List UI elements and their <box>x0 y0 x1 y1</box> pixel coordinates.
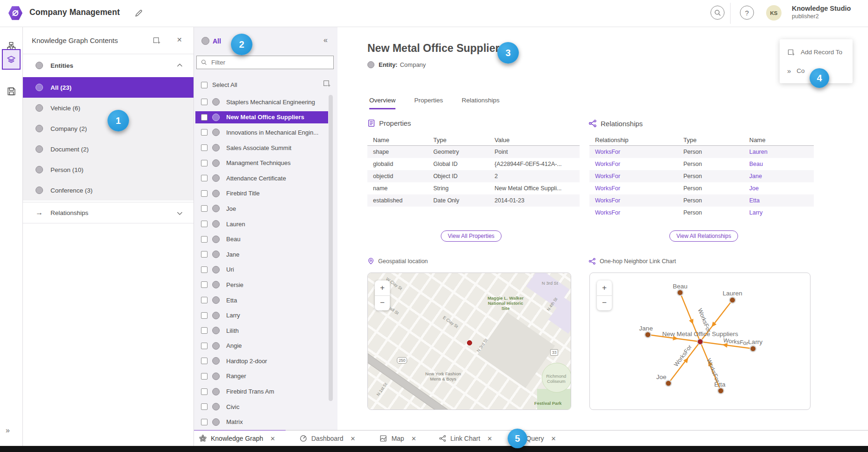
entity-type-row[interactable]: Conference (3) <box>22 180 194 201</box>
help-button[interactable]: ? <box>740 6 754 20</box>
list-item-checkbox[interactable] <box>201 160 208 166</box>
node-larry[interactable] <box>750 346 756 352</box>
list-item-checkbox[interactable] <box>201 281 208 288</box>
expand-panel-button[interactable]: » <box>6 426 10 435</box>
add-record-icon[interactable] <box>323 79 331 87</box>
close-tab-icon[interactable]: ✕ <box>411 435 416 442</box>
list-item-checkbox[interactable] <box>201 266 208 273</box>
filter-input[interactable] <box>210 58 333 66</box>
list-item[interactable]: Persie <box>194 277 334 293</box>
list-item-checkbox[interactable] <box>201 358 208 364</box>
close-tab-icon[interactable]: ✕ <box>350 435 355 442</box>
contents-view-button[interactable] <box>2 49 21 70</box>
relationship-name-link[interactable]: Larry <box>744 209 814 216</box>
relationship-link[interactable]: WorksFor <box>589 161 678 167</box>
link-chart-canvas[interactable]: WorksFor WorksFor WorksFor WorksFor Beau… <box>589 273 811 410</box>
entities-section-header[interactable]: Entities <box>22 54 207 77</box>
relationship-link[interactable]: WorksFor <box>589 185 678 192</box>
menu-item-add-record-to[interactable]: Add Record To <box>780 43 853 61</box>
list-item-checkbox[interactable] <box>201 221 208 227</box>
link-chart-zoom-in-button[interactable]: + <box>597 280 612 296</box>
view-all-relationships-button[interactable]: View All Relationships <box>669 230 738 242</box>
list-item[interactable]: Sales Associate Summit <box>194 140 334 156</box>
view-all-properties-button[interactable]: View All Properties <box>441 230 502 242</box>
entity-type-row[interactable]: Person (10) <box>22 159 194 180</box>
list-item-checkbox[interactable] <box>201 297 208 303</box>
add-record-icon[interactable] <box>152 36 161 44</box>
close-tab-icon[interactable]: ✕ <box>270 435 275 442</box>
list-item[interactable]: Uri <box>194 262 334 278</box>
relationship-name-link[interactable]: Joe <box>744 185 814 192</box>
close-panel-icon[interactable]: ✕ <box>177 36 182 43</box>
node-center[interactable] <box>697 339 703 344</box>
relationship-link[interactable]: WorksFor <box>589 173 678 179</box>
list-item[interactable]: New Metal Office Suppliers <box>194 110 334 125</box>
list-item-checkbox[interactable] <box>201 144 208 151</box>
list-item[interactable]: Larry <box>194 308 334 323</box>
list-item-checkbox[interactable] <box>201 251 208 258</box>
relationship-name-link[interactable]: Beau <box>744 161 814 167</box>
list-item-checkbox[interactable] <box>201 327 208 334</box>
search-button[interactable] <box>710 6 725 20</box>
chevron-up-icon[interactable] <box>177 63 183 67</box>
close-tab-icon[interactable]: ✕ <box>487 435 492 442</box>
relationship-link[interactable]: WorksFor <box>589 197 678 204</box>
list-item[interactable]: Etta <box>194 293 334 308</box>
collapse-panel-button[interactable]: « <box>323 36 328 44</box>
node-beau[interactable] <box>677 290 683 296</box>
relationships-section-header[interactable]: → Relationships <box>22 202 194 223</box>
list-item[interactable]: Innovations in Mechanical Engin... <box>194 125 334 140</box>
list-item[interactable]: Angie <box>194 338 334 354</box>
list-item[interactable]: Ranger <box>194 369 334 384</box>
list-item[interactable]: Civic <box>194 399 334 415</box>
tab-map[interactable]: Map ✕ <box>374 430 426 446</box>
list-item[interactable]: Jane <box>194 247 334 262</box>
list-item[interactable]: Firebird Trans Am <box>194 384 334 399</box>
list-item[interactable]: Hardtop 2-door <box>194 353 334 369</box>
list-item-checkbox[interactable] <box>201 236 208 243</box>
list-item-checkbox[interactable] <box>201 129 208 136</box>
tab-dashboard[interactable]: Dashboard ✕ <box>294 430 366 446</box>
relationship-name-link[interactable]: Jane <box>744 173 814 179</box>
record-tab[interactable]: Properties <box>414 97 443 109</box>
map-zoom-out-button[interactable]: − <box>375 296 390 311</box>
entity-type-row[interactable]: Vehicle (6) <box>22 98 194 118</box>
edit-pencil-icon[interactable] <box>135 9 143 17</box>
list-item-checkbox[interactable] <box>201 373 208 380</box>
list-item[interactable]: Managment Techniques <box>194 155 334 171</box>
record-tab[interactable]: Overview <box>369 97 395 109</box>
list-item[interactable]: Matrix <box>194 414 334 430</box>
map-zoom-in-button[interactable]: + <box>375 280 390 296</box>
list-item-checkbox[interactable] <box>201 388 208 395</box>
record-tab[interactable]: Relationships <box>462 97 500 109</box>
list-item-checkbox[interactable] <box>201 175 208 181</box>
relationship-name-link[interactable]: Etta <box>744 197 814 204</box>
entity-type-row[interactable]: Document (2) <box>22 139 194 159</box>
list-item[interactable]: Joe <box>194 201 334 216</box>
link-chart-zoom-out-button[interactable]: − <box>597 296 612 311</box>
tab-link-chart[interactable]: Link Chart ✕ <box>433 430 503 446</box>
list-item[interactable]: Lauren <box>194 216 334 232</box>
list-scrollbar[interactable] <box>329 95 333 401</box>
list-item[interactable]: Lilith <box>194 323 334 338</box>
list-item-checkbox[interactable] <box>201 419 208 425</box>
geospatial-map[interactable]: N 3rd St Maggie L. Walker National Histo… <box>367 273 571 410</box>
entity-type-row[interactable]: All (23) <box>22 77 194 98</box>
node-jane[interactable] <box>645 332 651 338</box>
relationship-link[interactable]: WorksFor <box>589 149 678 155</box>
list-item-checkbox[interactable] <box>201 114 208 121</box>
list-item-checkbox[interactable] <box>201 343 208 349</box>
avatar[interactable]: KS <box>766 5 782 21</box>
list-item-checkbox[interactable] <box>201 205 208 212</box>
tab-knowledge-graph[interactable]: Knowledge Graph ✕ <box>194 430 286 446</box>
list-item-checkbox[interactable] <box>201 190 208 197</box>
list-item-checkbox[interactable] <box>201 312 208 319</box>
select-all-checkbox[interactable] <box>201 82 208 88</box>
save-button[interactable] <box>3 83 20 100</box>
chevron-down-icon[interactable] <box>177 211 183 215</box>
node-joe[interactable] <box>666 380 672 387</box>
list-item[interactable]: Beau <box>194 231 334 247</box>
node-lauren[interactable] <box>730 297 736 303</box>
list-item-checkbox[interactable] <box>201 403 208 410</box>
relationship-link[interactable]: WorksFor <box>589 209 678 216</box>
